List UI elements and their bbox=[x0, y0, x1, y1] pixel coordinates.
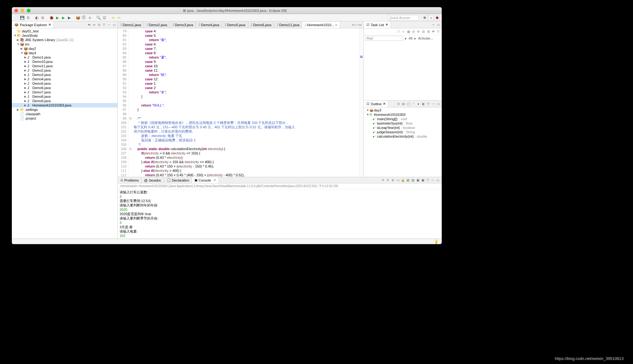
tree-item[interactable]: ▶JDemo7.java bbox=[12, 90, 117, 94]
collapse-icon[interactable]: ⇆ bbox=[87, 23, 91, 27]
maximize-view-icon[interactable]: ▭ bbox=[436, 23, 440, 27]
search-icon[interactable]: 🔍 bbox=[96, 15, 101, 20]
console-toolbar-icon[interactable]: ▣ bbox=[421, 178, 425, 182]
new-task-icon[interactable]: 📄 bbox=[396, 30, 401, 34]
tree-item[interactable]: ▼📦day3 bbox=[12, 51, 117, 55]
open-type-icon[interactable]: ⎋ bbox=[87, 15, 92, 20]
link-icon[interactable]: ⇔ bbox=[92, 23, 96, 27]
open-perspective-icon[interactable]: ⊞ bbox=[422, 15, 427, 21]
editor-tab[interactable]: JDemo4.java bbox=[196, 21, 222, 28]
debug-perspective-icon[interactable]: 🐞 bbox=[434, 15, 440, 21]
maximize-icon[interactable] bbox=[27, 9, 31, 12]
scheduled-icon[interactable]: ▤ bbox=[406, 30, 411, 34]
close-icon[interactable]: ✕ bbox=[48, 23, 51, 27]
all-link[interactable]: All bbox=[409, 36, 412, 40]
package-tree[interactable]: 📁day01_test▼📂JavaStudy▶📚JRE System Libra… bbox=[12, 28, 117, 239]
tree-item[interactable]: ▶📦day2 bbox=[12, 46, 117, 51]
focus-icon[interactable]: ⊙ bbox=[97, 23, 101, 27]
console-toolbar-icon[interactable]: ▭ bbox=[435, 178, 440, 182]
outline-item[interactable]: ▼ΘHomework10101003 bbox=[364, 112, 442, 117]
focus-icon[interactable]: ⊙ bbox=[411, 30, 416, 34]
tree-item[interactable]: 📄.project bbox=[12, 116, 117, 121]
tree-item[interactable]: ▶JDemo2.java bbox=[12, 68, 117, 73]
coverage-icon[interactable]: ▶ bbox=[61, 15, 66, 20]
quick-access-input[interactable]: Quick Access bbox=[388, 15, 419, 21]
categorize-icon[interactable]: ⎌ bbox=[401, 30, 406, 34]
outline-item[interactable]: ●ˢjudgeSeason(int): String bbox=[364, 130, 442, 134]
outline-tree[interactable]: ▼📦day3▼ΘHomework10101003●ˢmain(String[])… bbox=[364, 107, 442, 177]
outline-item[interactable]: ●ˢcalculationElectricity(int): double bbox=[364, 134, 442, 139]
console-toolbar-icon[interactable]: ─ bbox=[431, 178, 435, 182]
bottom-tab[interactable]: ▣Console✕ bbox=[192, 177, 219, 183]
hide-icon[interactable]: 👁 bbox=[431, 30, 435, 34]
editor-tab[interactable]: JDemo6.java bbox=[248, 21, 274, 28]
code-editor[interactable]: 7980818283848586878889909192939495969798… bbox=[118, 28, 364, 177]
tree-item[interactable]: ▶📁.settings bbox=[12, 107, 117, 112]
minimize-view-icon[interactable]: ─ bbox=[431, 23, 435, 27]
outline-item[interactable]: ●ˢmain(String[]): void bbox=[364, 117, 442, 121]
bottom-tab[interactable]: @Javadoc bbox=[141, 177, 164, 183]
close-icon[interactable] bbox=[14, 9, 18, 12]
hide-static-icon[interactable]: ˢ bbox=[411, 102, 416, 106]
tree-item[interactable]: ▶JDemo6.java bbox=[12, 86, 117, 90]
hide-fields-icon[interactable]: ◯ bbox=[406, 102, 411, 106]
package-explorer-tab[interactable]: 📦 Package Explorer ✕ bbox=[12, 21, 54, 28]
tree-item[interactable]: ▶JDemo8.java bbox=[12, 94, 117, 99]
save-icon[interactable]: 💾 bbox=[20, 15, 25, 20]
sort-icon[interactable]: az bbox=[401, 102, 406, 106]
maximize-view-icon[interactable]: ▭ bbox=[112, 23, 116, 27]
skip-icon[interactable]: ⊘ bbox=[40, 15, 45, 20]
tree-item[interactable]: ▶JDemo10.java bbox=[12, 59, 117, 64]
editor-tab[interactable]: JDemo1.java bbox=[118, 21, 144, 28]
close-icon[interactable]: ✕ bbox=[385, 23, 388, 27]
filter-icon[interactable]: ☰ bbox=[426, 30, 431, 34]
minimize-icon[interactable] bbox=[21, 9, 24, 12]
console-toolbar-icon[interactable]: ✕ bbox=[381, 178, 385, 182]
bottom-tab[interactable]: 📋Declaration bbox=[164, 177, 192, 183]
menu-icon[interactable]: ▽ bbox=[426, 102, 431, 106]
activate-link[interactable]: Activate... bbox=[418, 36, 433, 40]
forward-icon[interactable]: ⇨ bbox=[117, 15, 121, 20]
tree-item[interactable]: ▶JDemo11.java bbox=[12, 64, 117, 68]
minimize-view-icon[interactable]: ─ bbox=[431, 102, 435, 106]
new-icon[interactable]: 📄 bbox=[14, 15, 19, 20]
console-toolbar-icon[interactable]: ▭ bbox=[396, 178, 400, 182]
outline-item[interactable]: ●ˢisLeapYear(int): boolean bbox=[364, 125, 442, 130]
task-list-tab[interactable]: ☑ Task List ✕ bbox=[364, 21, 391, 28]
minimize-view-icon[interactable]: ─ bbox=[107, 23, 111, 27]
close-icon[interactable]: ✕ bbox=[383, 102, 386, 106]
console-toolbar-icon[interactable]: ▤ bbox=[411, 178, 415, 182]
outline-item[interactable]: ●ˢtaximeterSys(int): float bbox=[364, 121, 442, 125]
focus-icon[interactable]: ⊙ bbox=[396, 102, 401, 106]
editor-tab[interactable]: JDemo5.java bbox=[222, 21, 248, 28]
console-toolbar-icon[interactable]: ⊘ bbox=[391, 178, 395, 182]
menu-icon[interactable]: ▽ bbox=[436, 30, 440, 34]
sync-icon[interactable]: ⟳ bbox=[416, 30, 421, 34]
console-toolbar-icon[interactable]: ▣ bbox=[416, 178, 420, 182]
tree-item[interactable]: 📄.classpath bbox=[12, 112, 117, 116]
collapse-icon[interactable]: ⊟ bbox=[421, 30, 426, 34]
tree-item[interactable]: ▶📚JRE System Library[JavaSE-11] bbox=[12, 38, 117, 42]
editor-tab[interactable]: JHomework1010...✕ bbox=[302, 22, 340, 28]
maximize-icon[interactable]: ▭ bbox=[359, 23, 362, 27]
tree-item[interactable]: 📁day01_test bbox=[12, 29, 117, 33]
back-icon[interactable]: ⇦ bbox=[111, 15, 116, 20]
save-all-icon[interactable]: ⎘ bbox=[26, 15, 31, 20]
editor-tab[interactable]: JDemo2.java bbox=[144, 21, 170, 28]
console-output[interactable]: 请输入打车公里数:3需要打车费用:12.5元请输入要判断闰年的年份:202020… bbox=[118, 189, 442, 239]
tree-item[interactable]: ▼📂JavaStudy bbox=[12, 33, 117, 38]
run-icon[interactable]: ▶ bbox=[55, 15, 60, 20]
folding-ruler[interactable]: ⊟⊟ bbox=[129, 28, 132, 177]
maximize-view-icon[interactable]: ▭ bbox=[436, 102, 440, 106]
overflow-indicator[interactable]: »₄ bbox=[352, 23, 355, 27]
console-toolbar-icon[interactable]: ✕ bbox=[386, 178, 390, 182]
tree-item[interactable]: ▶JDemo4.java bbox=[12, 77, 117, 81]
tip-icon[interactable]: 💡 bbox=[434, 239, 439, 244]
tree-item[interactable]: ▶JDemo9.java bbox=[12, 99, 117, 103]
new-class-icon[interactable]: Ⓒ bbox=[81, 15, 86, 20]
overview-ruler[interactable] bbox=[359, 28, 364, 177]
tree-item[interactable]: ▶JDemo1.java bbox=[12, 55, 117, 59]
java-perspective-icon[interactable]: ♨ bbox=[428, 15, 434, 21]
minimize-icon[interactable]: ─ bbox=[355, 23, 358, 27]
tree-item[interactable]: ▶JDemo3.java bbox=[12, 73, 117, 77]
